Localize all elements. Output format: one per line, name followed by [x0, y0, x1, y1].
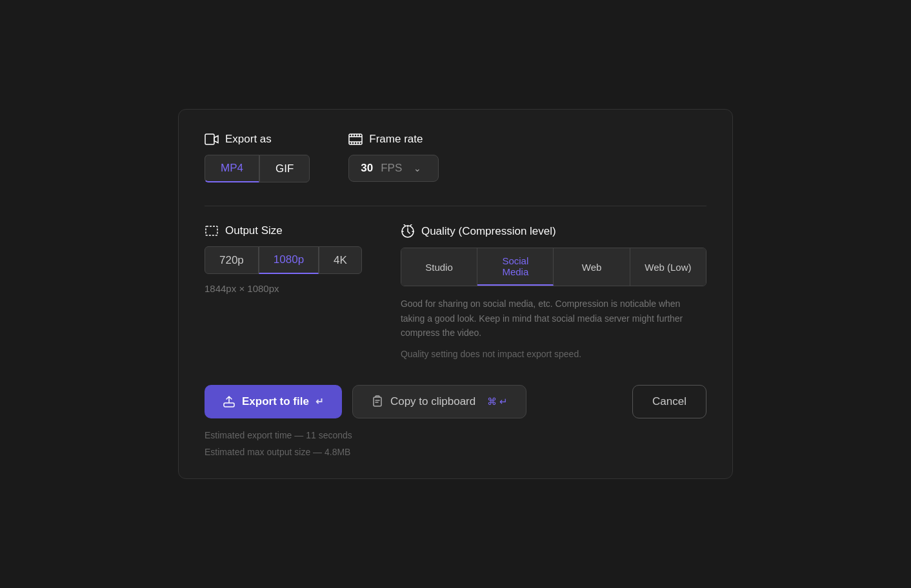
frame-rate-section: Frame rate 30 FPS ⌄ — [348, 133, 439, 182]
size-dimensions: 1844px × 1080px — [205, 283, 362, 294]
quality-tab-web-low[interactable]: Web (Low) — [630, 248, 706, 286]
divider — [205, 206, 706, 206]
size-tab-720p[interactable]: 720p — [205, 246, 259, 274]
format-tab-mp4[interactable]: MP4 — [205, 155, 259, 182]
export-to-file-label: Export to file — [242, 395, 309, 408]
quality-icon — [401, 224, 415, 239]
export-as-label: Export as — [205, 133, 310, 146]
size-tab-1080p[interactable]: 1080p — [259, 246, 319, 274]
format-tabs: MP4 GIF — [205, 155, 310, 182]
svg-rect-1 — [349, 134, 362, 144]
estimate-size: Estimated max output size — 4.8MB — [205, 444, 706, 460]
frame-rate-title: Frame rate — [369, 133, 423, 146]
clipboard-icon — [371, 395, 384, 408]
quality-section: Quality (Compression level) Studio Socia… — [401, 224, 706, 359]
clipboard-shortcut: ⌘ ↵ — [487, 396, 508, 407]
quality-tab-web[interactable]: Web — [554, 248, 630, 286]
format-tab-gif[interactable]: GIF — [259, 155, 310, 182]
enter-icon: ↵ — [315, 396, 324, 407]
fps-value: 30 — [361, 162, 373, 175]
quality-label: Quality (Compression level) — [401, 224, 706, 239]
copy-to-clipboard-button[interactable]: Copy to clipboard ⌘ ↵ — [352, 385, 526, 418]
cancel-button[interactable]: Cancel — [632, 385, 706, 418]
quality-title: Quality (Compression level) — [421, 225, 556, 238]
export-dialog: Export as MP4 GIF — [178, 109, 733, 479]
film-icon — [348, 133, 363, 145]
fps-unit: FPS — [381, 162, 402, 175]
action-row: Export to file ↵ Copy to clipboard ⌘ ↵ C… — [205, 385, 706, 418]
export-as-section: Export as MP4 GIF — [205, 133, 310, 182]
estimate-time: Estimated export time — 11 seconds — [205, 427, 706, 444]
output-size-label: Output Size — [205, 224, 362, 237]
svg-rect-14 — [224, 403, 234, 407]
resize-icon — [205, 225, 219, 237]
copy-to-clipboard-label: Copy to clipboard — [390, 395, 476, 408]
frame-rate-dropdown[interactable]: 30 FPS ⌄ — [348, 155, 439, 182]
export-to-file-button[interactable]: Export to file ↵ — [205, 385, 342, 418]
output-size-title: Output Size — [225, 224, 283, 237]
bottom-section: Output Size 720p 1080p 4K 1844px × 1080p… — [205, 224, 706, 359]
quality-tabs: Studio Social Media Web Web (Low) — [401, 248, 706, 286]
svg-rect-15 — [374, 397, 381, 406]
frame-rate-label: Frame rate — [348, 133, 439, 146]
estimate-info: Estimated export time — 11 seconds Estim… — [205, 427, 706, 460]
output-size-section: Output Size 720p 1080p 4K 1844px × 1080p… — [205, 224, 362, 359]
quality-description: Good for sharing on social media, etc. C… — [401, 297, 706, 340]
quality-tab-social-media[interactable]: Social Media — [477, 248, 554, 286]
video-icon — [205, 133, 219, 145]
size-tab-4k[interactable]: 4K — [319, 246, 362, 274]
quality-note: Quality setting does not impact export s… — [401, 349, 706, 359]
export-as-title: Export as — [225, 133, 272, 146]
top-section: Export as MP4 GIF — [205, 133, 706, 182]
size-tabs: 720p 1080p 4K — [205, 246, 362, 274]
chevron-down-icon: ⌄ — [414, 163, 421, 173]
svg-rect-12 — [206, 226, 217, 235]
upload-icon — [223, 395, 235, 408]
svg-rect-0 — [205, 134, 214, 144]
quality-tab-studio[interactable]: Studio — [401, 248, 477, 286]
